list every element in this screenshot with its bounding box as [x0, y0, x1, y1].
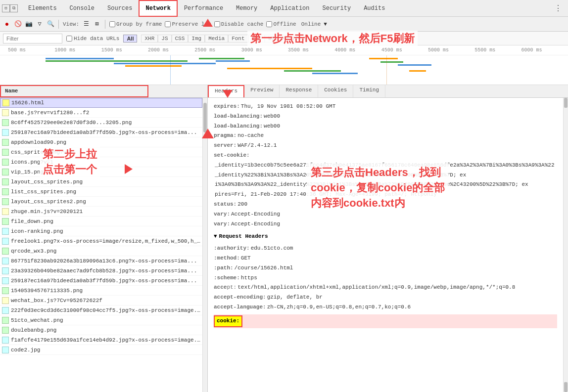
tab-console[interactable]: Console [63, 0, 101, 17]
header-value-authority: edu.51cto.com [251, 244, 293, 254]
resource-item-12[interactable]: file_down.png [0, 217, 202, 226]
right-scrollbar[interactable] [563, 98, 568, 392]
all-filter-button[interactable]: All [123, 35, 137, 43]
resource-name-6: icons.png?v=1 [11, 159, 200, 165]
resource-item-23[interactable]: doulebanbg.png [0, 325, 202, 335]
resource-item-1[interactable]: base.js?rev=v1f1280...f2 [0, 108, 202, 118]
resource-item-2[interactable]: 8c6ff4525729ee0e2e87d0f3d0...3205.png [0, 118, 202, 128]
filter-type-doc[interactable]: Doc [248, 35, 265, 43]
header-method: :method: GET [214, 254, 557, 263]
resource-item-22[interactable]: 51cto_wechat.png [0, 315, 202, 325]
resource-icon-16 [2, 258, 9, 264]
header-value-scheme: https [241, 273, 257, 283]
tab-preview[interactable]: Preview [244, 85, 280, 97]
header-value-accept: text/html,application/xhtml+xml,applicat… [237, 283, 515, 293]
resource-item-25[interactable]: code2.jpg [0, 345, 202, 355]
tab-memory[interactable]: Memory [230, 0, 264, 17]
tab-cookies[interactable]: Cookies [318, 85, 353, 97]
timeline-ruler: 500 ms 1000 ms 1500 ms 2000 ms 2500 ms 3… [0, 45, 568, 55]
resource-item-17[interactable]: 23a39326b049be82aaec7ad9fcb8b528.jpg?x-o… [0, 266, 202, 276]
filter-type-css[interactable]: CSS [172, 35, 189, 43]
resource-icon-4 [2, 139, 9, 146]
resource-item-14[interactable]: freelook1.png?x-oss-process=image/resize… [0, 236, 202, 246]
online-dropdown-icon[interactable]: ▼ [324, 21, 327, 27]
tab-network[interactable]: Network [139, 0, 177, 17]
tab-elements[interactable]: Elements [22, 0, 63, 17]
window-icon-2[interactable]: ⧉ [10, 4, 18, 12]
resource-name-4: appdownload90.png [11, 139, 200, 145]
filter-input[interactable] [3, 34, 62, 44]
tab-application[interactable]: Application [264, 0, 316, 17]
filter-type-img[interactable]: Img [188, 35, 205, 43]
resource-icon-11 [2, 208, 9, 215]
right-panel-tabs: Headers Preview Response Cookies Timing [208, 85, 568, 98]
filter-type-manifest[interactable]: Manifest [279, 35, 312, 43]
resource-item-8[interactable]: layout_css_sprites.png [0, 177, 202, 187]
resource-item-9[interactable]: list_css_sprites.png [0, 187, 202, 197]
filter-type-media[interactable]: Media [205, 35, 228, 43]
hide-data-urls-checkbox[interactable] [66, 36, 72, 42]
resource-item-11[interactable]: zhuge.min.js?v=2020121 [0, 207, 202, 217]
resource-item-0[interactable]: 15626.html [0, 98, 202, 108]
resource-item-3[interactable]: 259187ec16a97b1deed1a0ab3f7fd59b.jpg?x-o… [0, 128, 202, 137]
resource-item-16[interactable]: 867751f8230ab92026a3b189096a13c6.png?x-o… [0, 256, 202, 266]
tab-timing[interactable]: Timing [353, 85, 385, 97]
resource-item-15[interactable]: qrcode_wx3.png [0, 246, 202, 256]
group-by-frame-checkbox[interactable] [109, 21, 115, 27]
resource-item-24[interactable]: f1afcfe4179e155d639a1fce14eb4d92.jpg?x-o… [0, 335, 202, 345]
window-icon-1[interactable]: ⊡ [2, 4, 10, 12]
resource-item-19[interactable]: 154053945767113335.png [0, 286, 202, 296]
record-button[interactable]: ● [3, 20, 11, 28]
resource-name-5: css_sprites.png?v=1 [11, 149, 200, 155]
disable-cache-checkbox[interactable] [214, 21, 220, 27]
filter-icon[interactable]: ▽ [36, 20, 44, 28]
resource-name-25: code2.jpg [11, 347, 200, 353]
separator-1 [58, 20, 59, 29]
resource-item-18[interactable]: 259187ec16a97b1deed1a0ab3f7fd59b.jpg?x-o… [0, 276, 202, 286]
offline-group: Offline [266, 21, 296, 27]
resource-item-7[interactable]: vip_15.png [0, 167, 202, 177]
filter-type-font[interactable]: Font [228, 35, 248, 43]
right-panel-inner: expires: Thu, 19 Nov 1981 08:52:00 GMT l… [208, 98, 568, 392]
ruler-2000: 2000 ms [148, 47, 194, 53]
filter-type-xhr[interactable]: XHR [141, 35, 158, 43]
resource-item-4[interactable]: appdownload90.png [0, 137, 202, 147]
header-key-authority: :authority: [214, 244, 250, 254]
filter-type-js[interactable]: JS [158, 35, 171, 43]
capture-screenshot-button[interactable]: 📷 [25, 20, 33, 28]
offline-checkbox[interactable] [266, 21, 272, 27]
search-button[interactable]: 🔍 [47, 20, 54, 28]
header-key-cookie: cookie: [214, 315, 242, 327]
filter-type-other[interactable]: Other [311, 35, 334, 43]
resource-item-10[interactable]: layout_css_sprites2.png [0, 197, 202, 207]
header-load-balancing-2: load-balancing: web00 [214, 122, 557, 131]
resource-item-21[interactable]: 222f0d3ec9cd3d6c31000f98c04cc7f5.jpg?x-o… [0, 305, 202, 315]
tab-response[interactable]: Response [280, 85, 318, 97]
resource-name-10: layout_css_sprites2.png [11, 199, 200, 205]
resource-item-20[interactable]: wechat_box.js?7Cv=952672622f [0, 296, 202, 305]
resource-icon-js [2, 109, 9, 116]
left-scrollbar[interactable] [202, 98, 207, 392]
request-headers-arrow: ▼ [214, 232, 217, 242]
more-tabs-icon[interactable]: ⋮ [550, 0, 566, 16]
grid-view-icon[interactable]: ⊞ [93, 20, 101, 28]
resource-icon-23 [2, 327, 9, 334]
resource-item-13[interactable]: icon-ranking.png [0, 226, 202, 236]
tab-audits[interactable]: Audits [357, 0, 391, 17]
name-column-header: Name [0, 85, 148, 97]
header-value-set-cookie-cont: i%3A0%3Bs%3A9%3A%22_identity%22%3Bi%3A1%… [215, 180, 528, 190]
resource-item-6[interactable]: icons.png?v=1 [0, 157, 202, 167]
resource-item-5[interactable]: css_sprites.png?v=1 [0, 147, 202, 157]
tab-performance[interactable]: Performance [178, 0, 230, 17]
headers-content: expires: Thu, 19 Nov 1981 08:52:00 GMT l… [208, 98, 563, 392]
header-value-path: /course/15626.html [235, 263, 293, 273]
preserve-log-checkbox[interactable] [165, 21, 171, 27]
filter-type-ws[interactable]: WS [265, 35, 278, 43]
tab-sources[interactable]: Sources [101, 0, 139, 17]
clear-button[interactable]: 🚫 [14, 20, 22, 28]
timeline-area: 500 ms 1000 ms 1500 ms 2000 ms 2500 ms 3… [0, 45, 568, 85]
resource-name-21: 222f0d3ec9cd3d6c31000f98c04cc7f5.jpg?x-o… [11, 307, 200, 313]
tab-security[interactable]: Security [316, 0, 358, 17]
list-view-icon[interactable]: ☰ [82, 20, 90, 28]
resource-icon-19 [2, 287, 9, 294]
